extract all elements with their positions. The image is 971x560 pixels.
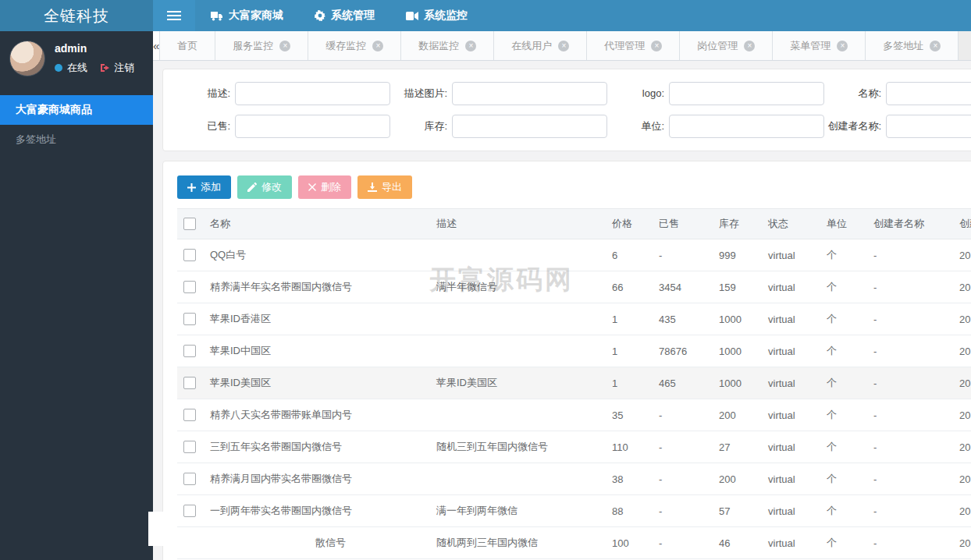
cell-stock: 46: [713, 527, 762, 559]
cell-unit: 个: [820, 431, 867, 463]
search-input[interactable]: [669, 82, 824, 105]
row-checkbox-cell: [177, 271, 204, 303]
column-header: 已售: [653, 209, 713, 239]
row-checkbox[interactable]: [183, 409, 196, 421]
cell-created: 20: [953, 335, 971, 367]
search-field: 创建者名称:: [825, 115, 971, 138]
cell-name: 精养满半年实名带圈国内微信号: [204, 271, 430, 303]
edit-button[interactable]: 修改: [237, 175, 292, 199]
cell-creator: -: [867, 399, 953, 431]
tab-item[interactable]: 多签地址×: [866, 31, 959, 60]
table-row[interactable]: QQ白号6-999virtual个-20: [177, 239, 971, 271]
table-row[interactable]: 精养满半年实名带圈国内微信号满半年微信号663454159virtual个-20: [177, 271, 971, 303]
cell-creator: -: [867, 239, 953, 271]
topnav-item-label: 大富家商城: [229, 9, 283, 23]
cell-unit: 个: [820, 367, 867, 399]
table-row[interactable]: 一到两年带实名带圈国内微信号满一年到两年微信88-57virtual个-20: [177, 495, 971, 527]
avatar[interactable]: [9, 41, 45, 76]
topnav-item[interactable]: 系统监控: [390, 0, 483, 31]
row-checkbox[interactable]: [183, 281, 196, 293]
cell-sold: -: [653, 399, 713, 431]
topnav-item[interactable]: 系统管理: [299, 0, 390, 31]
sidebar-item[interactable]: 大富豪商城商品: [0, 95, 153, 125]
search-input[interactable]: [235, 115, 390, 138]
tab-close-icon[interactable]: ×: [651, 41, 662, 51]
table-row[interactable]: 精养满月国内带实名带圈微信号38-200virtual个-20: [177, 463, 971, 495]
tab-item[interactable]: 大富豪商城商品×: [959, 31, 971, 60]
tab-close-icon[interactable]: ×: [465, 41, 476, 51]
tab-item[interactable]: 在线用户×: [494, 31, 587, 60]
table-row[interactable]: 苹果ID香港区14351000virtual个-20: [177, 303, 971, 335]
table-row[interactable]: 苹果ID美国区苹果ID美国区14651000virtual个-20: [177, 367, 971, 399]
table-header-row: 名称描述价格已售库存状态单位创建者名称创建时间: [177, 209, 971, 239]
cell-created: 20: [953, 239, 971, 271]
search-input[interactable]: [669, 115, 824, 138]
row-checkbox[interactable]: [183, 313, 196, 325]
row-checkbox[interactable]: [183, 249, 196, 261]
table-row[interactable]: 三到五年实名带圈国内微信号随机三到五年国内微信号110-27virtual个-2…: [177, 431, 971, 463]
brand-logo[interactable]: 全链科技: [0, 0, 153, 31]
cell-price: 66: [606, 271, 653, 303]
top-header: 全链科技 大富家商城系统管理系统监控: [0, 0, 971, 31]
column-header: 单位: [820, 209, 867, 239]
cell-creator: -: [867, 463, 953, 495]
search-input[interactable]: [886, 115, 971, 138]
row-checkbox-cell: [177, 239, 204, 271]
tab-close-icon[interactable]: ×: [279, 41, 290, 51]
topnav-item-label: 系统管理: [331, 9, 375, 23]
tab-close-icon[interactable]: ×: [372, 41, 383, 51]
cell-price: 1: [606, 367, 653, 399]
sidebar-item[interactable]: 多签地址: [0, 125, 153, 154]
cell-stock: 200: [713, 399, 762, 431]
table-row[interactable]: 精养八天实名带圈带账单国内号35-200virtual个-20: [177, 399, 971, 431]
sidebar-toggle-button[interactable]: [153, 0, 195, 31]
tab-close-icon[interactable]: ×: [558, 41, 569, 51]
cell-stock: 1000: [713, 367, 762, 399]
tab-item[interactable]: 菜单管理×: [773, 31, 866, 60]
cell-status: virtual: [762, 399, 820, 431]
table-row[interactable]: 苹果ID中国区1786761000virtual个-20: [177, 335, 971, 367]
tab-label: 服务监控: [233, 39, 273, 53]
add-button[interactable]: 添加: [177, 175, 231, 199]
export-button[interactable]: 导出: [357, 175, 412, 199]
tab-item[interactable]: 缓存监控×: [308, 31, 401, 60]
tab-item[interactable]: 首页: [160, 31, 215, 60]
row-checkbox[interactable]: [183, 505, 196, 517]
select-all-checkbox[interactable]: [183, 218, 196, 230]
tab-close-icon[interactable]: ×: [930, 41, 941, 51]
row-checkbox-cell: [177, 399, 204, 431]
row-checkbox[interactable]: [183, 377, 196, 389]
tab-item[interactable]: 数据监控×: [401, 31, 494, 60]
row-checkbox[interactable]: [183, 473, 196, 485]
logout-button[interactable]: 注销: [100, 61, 134, 75]
cell-name: 精养满月国内带实名带圈微信号: [204, 463, 430, 495]
delete-button[interactable]: 删除: [298, 175, 351, 199]
tabs-collapse-button[interactable]: «: [153, 31, 160, 60]
tab-close-icon[interactable]: ×: [744, 41, 755, 51]
cell-name: 精养八天实名带圈带账单国内号: [204, 399, 430, 431]
online-status-label: 在线: [67, 61, 87, 75]
cell-sold: -: [653, 463, 713, 495]
search-input[interactable]: [886, 82, 971, 105]
search-field: 名称:: [825, 82, 971, 105]
table-row[interactable]: 散信号随机两到三年国内微信100-46virtual个-20: [177, 527, 971, 559]
row-checkbox[interactable]: [183, 345, 196, 357]
cell-unit: 个: [820, 303, 867, 335]
topnav-item[interactable]: 大富家商城: [195, 0, 299, 31]
tab-item[interactable]: 岗位管理×: [680, 31, 773, 60]
tab-item[interactable]: 服务监控×: [215, 31, 308, 60]
cell-stock: 999: [713, 239, 762, 271]
tab-bar: « 首页服务监控×缓存监控×数据监控×在线用户×代理管理×岗位管理×菜单管理×多…: [153, 31, 971, 61]
cell-stock: 200: [713, 463, 762, 495]
search-input[interactable]: [452, 115, 607, 138]
cell-sold: 435: [653, 303, 713, 335]
row-checkbox[interactable]: [183, 441, 196, 453]
tab-item[interactable]: 代理管理×: [587, 31, 680, 60]
column-header: 状态: [762, 209, 820, 239]
tab-label: 代理管理: [604, 39, 645, 53]
products-table: 名称描述价格已售库存状态单位创建者名称创建时间 QQ白号6-999virtual…: [177, 208, 971, 559]
search-input[interactable]: [235, 82, 390, 105]
cell-creator: -: [867, 431, 953, 463]
tab-close-icon[interactable]: ×: [837, 41, 848, 51]
search-input[interactable]: [452, 82, 607, 105]
